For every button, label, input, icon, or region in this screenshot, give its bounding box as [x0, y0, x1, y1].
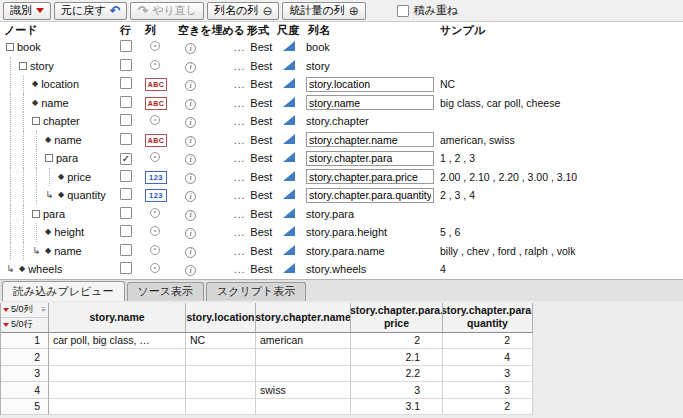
table-cell[interactable]: [49, 382, 186, 399]
character-type-icon[interactable]: ABC: [145, 97, 167, 110]
continuous-scale-icon[interactable]: [283, 78, 295, 88]
table-cell[interactable]: [256, 366, 351, 383]
tree-node[interactable]: ◆location: [0, 75, 117, 94]
continuous-scale-icon[interactable]: [283, 208, 295, 218]
row-checkbox[interactable]: [120, 262, 132, 274]
continuous-scale-icon[interactable]: [283, 152, 295, 162]
continuous-scale-icon[interactable]: [283, 134, 295, 144]
table-cell[interactable]: 4: [443, 349, 533, 366]
continuous-scale-icon[interactable]: [283, 245, 295, 255]
table-cell[interactable]: NC: [186, 333, 256, 350]
rows-panel-control[interactable]: 5/0行: [1, 318, 48, 332]
row-checkbox[interactable]: ✓: [120, 153, 132, 165]
format-more-button[interactable]: ...: [234, 264, 245, 275]
character-type-icon[interactable]: ABC: [145, 78, 167, 91]
table-cell[interactable]: [49, 366, 186, 383]
format-more-button[interactable]: ...: [234, 79, 245, 90]
column-header[interactable]: story.chapter.name: [256, 303, 351, 333]
tree-node[interactable]: chapter: [0, 112, 117, 131]
tree-node[interactable]: ◆height: [0, 223, 117, 242]
row-checkbox[interactable]: [120, 133, 132, 145]
column-header[interactable]: story.chapter.para.price: [351, 303, 443, 333]
redo-button[interactable]: ↷ やり直し: [130, 2, 204, 20]
format-more-button[interactable]: ...: [234, 172, 245, 183]
no-column-icon[interactable]: [150, 152, 160, 162]
colname-input[interactable]: [306, 77, 434, 92]
format-more-button[interactable]: ...: [234, 246, 245, 257]
row-number[interactable]: 5: [1, 399, 49, 416]
continuous-scale-icon[interactable]: [283, 171, 295, 181]
continuous-scale-icon[interactable]: [283, 226, 295, 236]
table-cell[interactable]: 3: [443, 366, 533, 383]
tree-node[interactable]: book: [0, 38, 117, 57]
row-number[interactable]: 2: [1, 349, 49, 366]
table-cell[interactable]: [256, 399, 351, 416]
row-checkbox[interactable]: [120, 114, 132, 126]
row-number[interactable]: 3: [1, 366, 49, 383]
format-more-button[interactable]: ...: [234, 153, 245, 164]
no-column-icon[interactable]: [150, 245, 160, 255]
tree-node[interactable]: ↳◆name: [0, 242, 117, 261]
continuous-scale-icon[interactable]: [283, 41, 295, 51]
fill-option-icon[interactable]: i: [185, 80, 196, 91]
table-cell[interactable]: [186, 349, 256, 366]
fill-option-icon[interactable]: i: [185, 136, 196, 147]
continuous-scale-icon[interactable]: [283, 263, 295, 273]
column-name-column-button[interactable]: 列名の列 ⊖: [207, 2, 279, 20]
colname-input[interactable]: [306, 188, 434, 203]
numeric-type-icon[interactable]: 123: [145, 189, 167, 202]
table-cell[interactable]: 2: [351, 333, 443, 350]
fill-option-icon[interactable]: i: [185, 99, 196, 110]
no-column-icon[interactable]: [150, 60, 160, 70]
undo-button[interactable]: 元に戻す ↶: [54, 2, 127, 20]
row-checkbox[interactable]: [120, 40, 132, 52]
fill-option-icon[interactable]: i: [185, 210, 196, 221]
row-checkbox[interactable]: [120, 188, 132, 200]
table-cell[interactable]: 3: [351, 382, 443, 399]
row-number[interactable]: 1: [1, 333, 49, 350]
format-more-button[interactable]: ...: [234, 98, 245, 109]
fill-option-icon[interactable]: i: [185, 173, 196, 184]
continuous-scale-icon[interactable]: [283, 97, 295, 107]
table-cell[interactable]: 2: [443, 399, 533, 416]
numeric-type-icon[interactable]: 123: [145, 171, 167, 184]
row-checkbox[interactable]: [120, 59, 132, 71]
identify-button[interactable]: 識別: [3, 2, 51, 20]
table-cell[interactable]: car poll, big class, …: [49, 333, 186, 350]
table-cell[interactable]: 3: [443, 382, 533, 399]
continuous-scale-icon[interactable]: [283, 189, 295, 199]
column-header[interactable]: story.name: [49, 303, 186, 333]
table-cell[interactable]: 2.2: [351, 366, 443, 383]
row-number[interactable]: 4: [1, 382, 49, 399]
tree-node[interactable]: para: [0, 149, 117, 168]
format-more-button[interactable]: ...: [234, 190, 245, 201]
tree-node[interactable]: para: [0, 205, 117, 224]
fill-option-icon[interactable]: i: [185, 265, 196, 276]
table-cell[interactable]: [186, 366, 256, 383]
format-more-button[interactable]: ...: [234, 209, 245, 220]
tab-source-view[interactable]: ソース表示: [127, 282, 205, 301]
format-more-button[interactable]: ...: [234, 42, 245, 53]
table-cell[interactable]: [49, 399, 186, 416]
colname-input[interactable]: [306, 95, 434, 110]
colname-input[interactable]: [306, 169, 434, 184]
table-cell[interactable]: american: [256, 333, 351, 350]
no-column-icon[interactable]: [150, 226, 160, 236]
table-cell[interactable]: [256, 349, 351, 366]
tree-node[interactable]: ◆name: [0, 131, 117, 150]
fill-option-icon[interactable]: i: [185, 191, 196, 202]
fill-option-icon[interactable]: i: [185, 154, 196, 165]
row-checkbox[interactable]: [120, 96, 132, 108]
table-cell[interactable]: 3.1: [351, 399, 443, 416]
table-cell[interactable]: [186, 399, 256, 416]
table-cell[interactable]: [186, 382, 256, 399]
row-checkbox[interactable]: [120, 77, 132, 89]
fill-option-icon[interactable]: i: [185, 43, 196, 54]
continuous-scale-icon[interactable]: [283, 60, 295, 70]
tree-node[interactable]: ↳◆quantity: [0, 186, 117, 205]
tree-node[interactable]: ↳◆wheels: [0, 260, 117, 279]
column-header[interactable]: story.chapter.para.quantity: [443, 303, 533, 333]
fill-option-icon[interactable]: i: [185, 228, 196, 239]
no-column-icon[interactable]: [150, 263, 160, 273]
fill-option-icon[interactable]: i: [185, 247, 196, 258]
